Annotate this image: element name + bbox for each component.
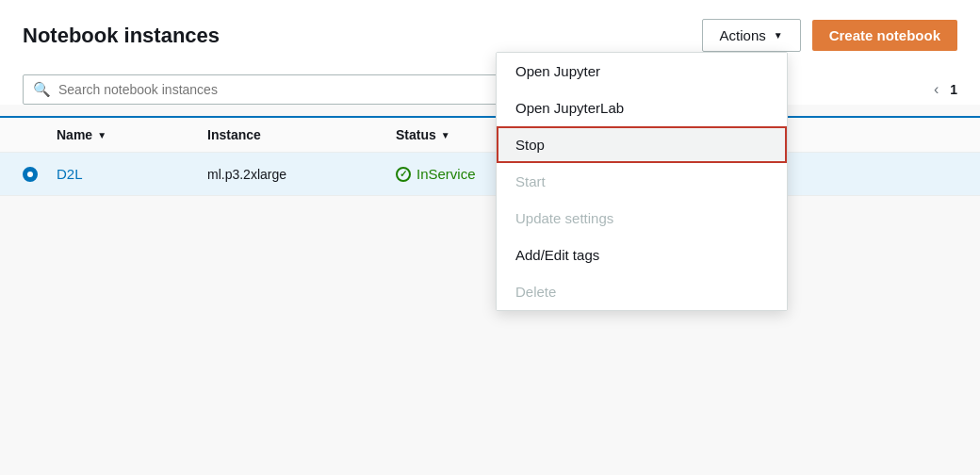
dropdown-item-open-jupyterlab[interactable]: Open JupyterLab [497,90,787,126]
row-name[interactable]: D2L [57,166,207,182]
search-area: 🔍 ‹ 1 [0,67,980,105]
pagination-current: 1 [950,82,957,97]
th-name: Name ▼ [57,127,207,142]
table-row[interactable]: D2L ml.p3.2xlarge ✓ InService [0,153,980,196]
dropdown-item-delete: Delete [497,273,787,310]
table-wrapper: Name ▼ Instance Status ▼ D2L ml.p3.2xlar… [0,116,980,196]
actions-button[interactable]: Actions ▼ [702,19,801,52]
dropdown-item-update-settings: Update settings [497,200,787,237]
page-header: Notebook instances Actions ▼ Create note… [0,0,980,67]
row-checkbox[interactable] [23,167,57,182]
actions-dropdown: Open JupyterOpen JupyterLabStopStartUpda… [496,52,788,311]
status-sort-icon[interactable]: ▼ [441,130,450,140]
search-box: 🔍 [23,74,513,105]
status-badge: InService [416,166,476,182]
dropdown-item-start: Start [497,163,787,200]
actions-label: Actions [720,27,766,43]
pagination-area: ‹ 1 [930,77,957,102]
caret-down-icon: ▼ [774,30,783,41]
dropdown-item-stop[interactable]: Stop [497,126,787,163]
search-icon: 🔍 [33,81,51,98]
th-status-label: Status [396,127,436,142]
page-title: Notebook instances [23,24,220,48]
header-actions: Actions ▼ Create notebook [702,19,957,52]
radio-selected-icon [23,167,38,182]
status-icon: ✓ [396,167,411,182]
name-sort-icon[interactable]: ▼ [97,130,106,140]
dropdown-item-add-edit-tags[interactable]: Add/Edit tags [497,237,787,273]
th-name-label: Name [57,127,92,142]
dropdown-item-open-jupyter[interactable]: Open Jupyter [497,53,787,90]
status-check-icon: ✓ [400,169,407,179]
th-instance: Instance [207,127,396,142]
radio-inner [27,172,33,177]
table-header-row: Name ▼ Instance Status ▼ [0,118,980,153]
search-input[interactable] [58,82,502,97]
create-notebook-button[interactable]: Create notebook [812,20,957,51]
th-instance-label: Instance [207,127,261,142]
row-instance: ml.p3.2xlarge [207,167,396,182]
pagination-prev-icon[interactable]: ‹ [930,77,942,102]
